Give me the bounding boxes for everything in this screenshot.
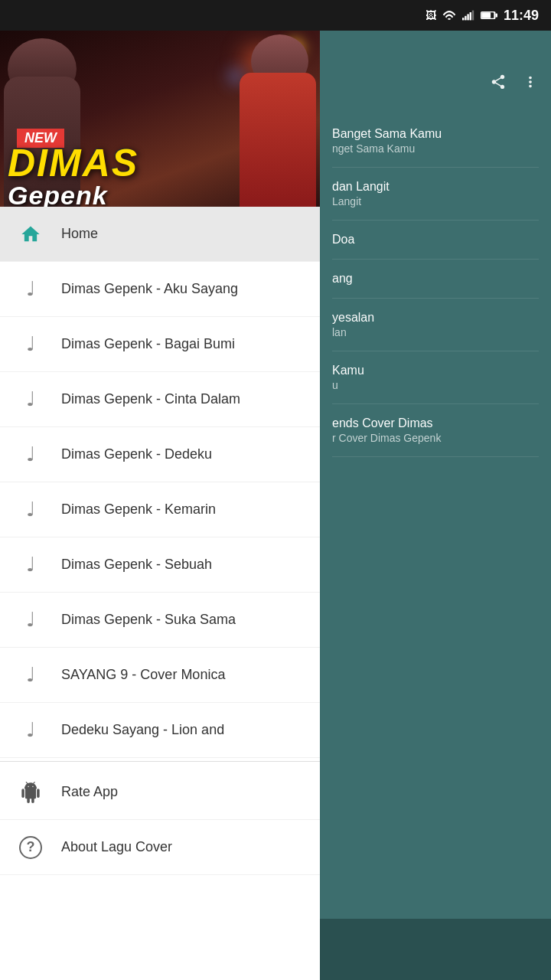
wifi-icon — [442, 10, 456, 21]
bg-song-item: dan Langit Langit — [332, 168, 539, 220]
menu-item-suka-sama[interactable]: ♩ Dimas Gepenk - Suka Sama — [0, 593, 320, 648]
menu-item-rate-app[interactable]: Rate App — [0, 765, 320, 820]
bg-song-title: ends Cover Dimas — [332, 416, 539, 430]
menu-item-sebuah[interactable]: ♩ Dimas Gepenk - Sebuah — [0, 537, 320, 593]
menu-dedeku-sayang-label: Dedeku Sayang - Lion and — [61, 722, 224, 738]
menu-bagai-bumi-label: Dimas Gepenk - Bagai Bumi — [61, 336, 235, 352]
signal-icon — [462, 10, 474, 21]
bg-song-subtitle: r Cover Dimas Gepenk — [332, 432, 539, 444]
svg-rect-3 — [470, 12, 471, 20]
menu-item-dedeku[interactable]: ♩ Dimas Gepenk - Dedeku — [0, 427, 320, 482]
svg-rect-4 — [472, 11, 474, 21]
menu-home-label: Home — [61, 226, 98, 242]
bg-song-title: yesalan — [332, 311, 539, 325]
svg-rect-2 — [467, 14, 468, 20]
menu-item-about[interactable]: ? About Lagu Cover — [0, 820, 320, 875]
menu-cinta-dalam-label: Dimas Gepenk - Cinta Dalam — [61, 391, 240, 407]
dimas-title: DIMAS — [8, 144, 139, 182]
battery-icon — [481, 11, 497, 20]
background-song-list: Banget Sama Kamu nget Sama Kamu dan Lang… — [320, 107, 551, 980]
status-icons: 🖼 11:49 — [425, 8, 539, 24]
bg-song-item: Doa — [332, 220, 539, 260]
status-bar: 🖼 11:49 — [0, 0, 551, 31]
music-note-icon: ♩ — [15, 439, 46, 470]
music-note-icon: ♩ — [15, 550, 46, 580]
menu-sayang-9-label: SAYANG 9 - Cover Monica — [61, 667, 225, 683]
bg-song-subtitle: nget Sama Kamu — [332, 142, 539, 155]
music-note-icon: ♩ — [15, 495, 46, 525]
menu-suka-sama-label: Dimas Gepenk - Suka Sama — [61, 612, 236, 628]
menu-kemarin-label: Dimas Gepenk - Kemarin — [61, 501, 216, 518]
bg-song-title: Doa — [332, 233, 539, 247]
playback-bar — [320, 919, 551, 980]
menu-about-label: About Lagu Cover — [61, 839, 172, 855]
about-icon: ? — [15, 832, 46, 863]
bg-song-subtitle: Langit — [332, 195, 539, 207]
more-options-button[interactable] — [522, 74, 539, 95]
menu-item-cinta-dalam[interactable]: ♩ Dimas Gepenk - Cinta Dalam — [0, 372, 320, 427]
menu-sebuah-label: Dimas Gepenk - Sebuah — [61, 557, 212, 573]
music-note-icon: ♩ — [15, 660, 46, 691]
navigation-drawer: NEW DIMAS Gepenk Home ♩ Dimas Gepenk — [0, 31, 320, 980]
home-icon — [15, 219, 46, 250]
bg-song-item: yesalan lan — [332, 299, 539, 351]
gepenk-title: Gepenk — [8, 181, 108, 207]
menu-item-aku-sayang[interactable]: ♩ Dimas Gepenk - Aku Sayang — [0, 262, 320, 317]
menu-divider — [0, 761, 320, 762]
bg-song-subtitle: lan — [332, 326, 539, 338]
android-robot-icon — [15, 777, 46, 808]
svg-rect-1 — [465, 16, 466, 21]
music-note-icon: ♩ — [15, 605, 46, 635]
bg-song-title: ang — [332, 272, 539, 286]
bg-song-subtitle: u — [332, 379, 539, 391]
menu-item-kemarin[interactable]: ♩ Dimas Gepenk - Kemarin — [0, 482, 320, 537]
menu-item-home[interactable]: Home — [0, 207, 320, 262]
svg-rect-8 — [481, 12, 491, 18]
svg-rect-0 — [462, 18, 464, 20]
right-header — [320, 61, 551, 107]
music-note-icon: ♩ — [15, 329, 46, 360]
menu-item-bagai-bumi[interactable]: ♩ Dimas Gepenk - Bagai Bumi — [0, 317, 320, 372]
menu-dedeku-label: Dimas Gepenk - Dedeku — [61, 446, 212, 462]
svg-rect-6 — [495, 13, 497, 17]
menu-item-sayang-9[interactable]: ♩ SAYANG 9 - Cover Monica — [0, 648, 320, 703]
status-time: 11:49 — [504, 8, 539, 24]
music-note-icon: ♩ — [15, 274, 46, 305]
music-note-icon: ♩ — [15, 715, 46, 746]
menu-aku-sayang-label: Dimas Gepenk - Aku Sayang — [61, 281, 238, 297]
bg-song-item: ang — [332, 260, 539, 299]
question-circle-icon: ? — [19, 836, 42, 859]
menu-item-dedeku-sayang[interactable]: ♩ Dedeku Sayang - Lion and — [0, 703, 320, 758]
bg-song-title: Kamu — [332, 364, 539, 377]
bg-song-item: ends Cover Dimas r Cover Dimas Gepenk — [332, 404, 539, 457]
share-button[interactable] — [490, 74, 507, 95]
menu-rate-app-label: Rate App — [61, 784, 118, 800]
bg-song-title: dan Langit — [332, 180, 539, 194]
bg-song-title: Banget Sama Kamu — [332, 127, 539, 141]
music-note-icon: ♩ — [15, 384, 46, 415]
bg-song-item: Banget Sama Kamu nget Sama Kamu — [332, 115, 539, 168]
drawer-header: NEW DIMAS Gepenk — [0, 31, 320, 207]
drawer-menu: Home ♩ Dimas Gepenk - Aku Sayang ♩ Dimas… — [0, 207, 320, 980]
image-icon: 🖼 — [425, 9, 436, 21]
bg-song-item: Kamu u — [332, 351, 539, 404]
